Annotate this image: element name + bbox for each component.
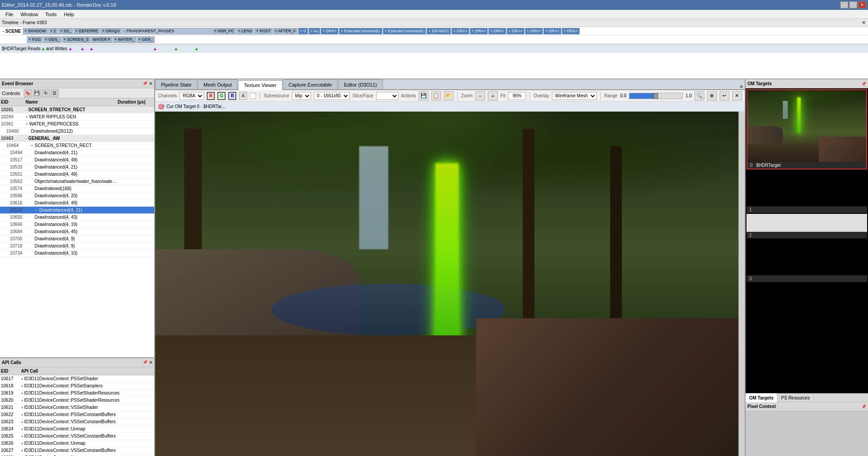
om-targets-content[interactable]: 0 $HDRTarget 1 2	[746, 88, 868, 393]
menu-help[interactable]: Help	[61, 10, 78, 19]
event-row-10463[interactable]: 10463 -GENERAL_AW	[0, 135, 154, 142]
event-row-10684[interactable]: 10684 DrawInstanced(4, 45)	[0, 228, 154, 235]
event-row-10616[interactable]: 10616 DrawInstanced(4, 49)	[0, 200, 154, 207]
event-browser-close[interactable]: ✕	[149, 81, 152, 86]
overlay-select[interactable]: Wireframe Mesh	[552, 92, 597, 100]
api-pin[interactable]: 📌	[143, 360, 148, 365]
api-row-10620[interactable]: 10620 +ID3D11DeviceContext::PSSetShaderR…	[0, 397, 154, 404]
timeline-block-lens[interactable]: + LENS	[236, 28, 254, 35]
event-row-10494[interactable]: 10494 DrawInstanced(4, 21)	[0, 149, 154, 156]
channel-g-button[interactable]: G	[217, 92, 226, 100]
timeline-block-hdr[interactable]: + HDR_PC	[212, 28, 236, 35]
om-tab-targets[interactable]: OM Targets	[746, 393, 777, 402]
event-row-10533[interactable]: 10533 DrawInstanced(4, 21)	[0, 164, 154, 171]
undo-icon[interactable]: ↩	[720, 91, 729, 100]
action-open-icon[interactable]: 📂	[444, 91, 454, 100]
event-row-10281[interactable]: 10281 -SCREEN_STRETCH_RECT	[0, 106, 154, 113]
timeline-block-draw1[interactable]: + DRA+	[321, 28, 339, 35]
channels-select[interactable]: RGBA	[179, 92, 204, 100]
filter-icon[interactable]: ☰	[51, 89, 59, 97]
tab-editor[interactable]: Editor (D3D11)	[338, 79, 382, 89]
event-row-10460[interactable]: 10460 DrawIndexed(26112)	[0, 128, 154, 135]
range-slider[interactable]	[629, 93, 683, 99]
timeline-block-deferred[interactable]: + DEFERRE	[74, 28, 100, 35]
subresource-select[interactable]: Mip	[292, 92, 311, 100]
timeline-close[interactable]: ✕	[862, 20, 865, 25]
slice-face-select[interactable]	[376, 92, 399, 100]
timeline-block-exec2[interactable]: + ExecuteCommandLi	[383, 28, 426, 35]
event-row-10650[interactable]: 10650 DrawInstanced(4, 43)	[0, 214, 154, 221]
timeline-block-dra5[interactable]: + DRA+	[507, 28, 525, 35]
tab-mesh-output[interactable]: Mesh Output	[198, 79, 238, 89]
api-row-10625[interactable]: 10625 +ID3D11DeviceContext::VSSetConstan…	[0, 433, 154, 440]
api-close[interactable]: ✕	[149, 360, 152, 365]
zoom-minus-icon[interactable]: −	[475, 91, 485, 100]
bookmark-icon[interactable]: 🔖	[24, 89, 32, 97]
timeline-block-gen2[interactable]: + GEN_	[137, 36, 155, 43]
om-target-2[interactable]: 2	[746, 214, 867, 239]
om-target-0[interactable]: 0 $HDRTarget	[746, 89, 867, 169]
event-row-10532-selected[interactable]: 10532 ✓ DrawInstanced(4, 21)	[0, 207, 154, 214]
timeline-tracks[interactable]: - SCENE + SHADOW + Z + SS_ + DEFERRE + O…	[0, 27, 868, 79]
refresh-icon[interactable]: ↻	[42, 89, 50, 97]
save-icon[interactable]: 💾	[33, 89, 41, 97]
timeline-block-after[interactable]: + AFTER_F	[273, 28, 298, 35]
action-copy-icon[interactable]: 📋	[431, 91, 441, 100]
event-row-10551[interactable]: 10551 DrawInstanced(4, 49)	[0, 171, 154, 178]
eyedropper-icon[interactable]: ⊕	[707, 91, 717, 100]
om-target-1[interactable]: 1	[746, 170, 867, 213]
event-row-10517[interactable]: 10517 DrawInstanced(4, 49)	[0, 156, 154, 164]
event-row-10718[interactable]: 10718 DrawInstanced(4, 9)	[0, 243, 154, 250]
menu-window[interactable]: Window	[17, 10, 42, 19]
texture-area[interactable]	[155, 112, 745, 456]
timeline-block-water[interactable]: + WATER_	[113, 36, 136, 43]
timeline-block-s[interactable]: + S	[298, 28, 308, 35]
om-tab-resources[interactable]: PS Resources	[777, 393, 814, 402]
channel-r-button[interactable]: R	[207, 92, 215, 100]
timeline-block-shadow[interactable]: + SHADOW	[23, 28, 48, 35]
timeline-block-dra7[interactable]: + DRA+	[543, 28, 561, 35]
event-row-10284[interactable]: 10284 +WATER RIPPLES GEN	[0, 113, 154, 121]
center-close[interactable]: ✕	[739, 84, 743, 89]
timeline-block-draw2c[interactable]: + DRAW2C	[426, 28, 451, 35]
timeline-block-dra6[interactable]: + DRA+	[525, 28, 543, 35]
zoom-tool-icon[interactable]: 🔍	[694, 91, 704, 100]
mip-select[interactable]: 0 - 1661x802	[314, 92, 350, 100]
timeline-block-ss[interactable]: + SS_	[58, 28, 73, 35]
action-save-icon[interactable]: 💾	[419, 91, 429, 100]
timeline-block-dra4[interactable]: + DRA+	[488, 28, 506, 35]
event-row-10574[interactable]: 10574 DrawIndexed(168)	[0, 185, 154, 192]
event-row-10562[interactable]: 10562 Objects/natural/water/water_foam/w…	[0, 178, 154, 185]
api-row-10628[interactable]: 10628 +ID3D11DeviceContext::Unmap	[0, 454, 154, 456]
zoom-plus-icon[interactable]: +	[488, 91, 498, 100]
api-row-10622[interactable]: 10622 +ID3D11DeviceContext::PSSetConstan…	[0, 411, 154, 418]
event-row-10596[interactable]: 10596 DrawInstanced(4, 20)	[0, 192, 154, 200]
channel-b-button[interactable]: B	[228, 92, 236, 100]
api-row-10619[interactable]: 10619 +ID3D11DeviceContext::PSSetShaderR…	[0, 390, 154, 397]
tab-capture-executable[interactable]: Capture Executable	[283, 79, 338, 89]
timeline-block-gen1[interactable]: + GEN_	[43, 36, 61, 43]
event-row-10464[interactable]: 10464 +SCREEN_STRETCH_RECT	[0, 142, 154, 149]
timeline-block-transparent[interactable]: - TRANSPARENT_PASSES	[122, 28, 212, 35]
channel-a-button[interactable]: A	[239, 92, 247, 100]
timeline-block-dra8[interactable]: + DRA+	[562, 28, 580, 35]
om-targets-pin[interactable]: 📌	[861, 82, 866, 86]
event-row-10361[interactable]: 10361 +WATER_PREPROCESS	[0, 121, 154, 128]
menu-tools[interactable]: Tools	[42, 10, 61, 19]
texture-scrollbar-vertical[interactable]	[738, 112, 745, 456]
settings-icon[interactable]: ✕	[732, 91, 742, 100]
api-row-10623[interactable]: 10623 +ID3D11DeviceContext::VSSetConstan…	[0, 418, 154, 426]
timeline-block-waterf[interactable]: WATER F	[91, 36, 113, 43]
om-target-3[interactable]: 3	[746, 239, 867, 282]
maximize-button[interactable]: □	[849, 1, 857, 9]
api-row-10627[interactable]: 10627 +ID3D11DeviceContext::VSSetConstan…	[0, 447, 154, 454]
timeline-block-dra2[interactable]: + DRA+	[451, 28, 469, 35]
event-row-10700[interactable]: 10700 DrawInstanced(4, 9)	[0, 235, 154, 243]
timeline-block-fog[interactable]: + FOG	[27, 36, 43, 43]
texture-image[interactable]	[155, 112, 738, 456]
timeline-block-z[interactable]: + Z	[48, 28, 58, 35]
event-row-10734[interactable]: 10734 DrawInstanced(4, 10)	[0, 250, 154, 257]
timeline-block-screens[interactable]: + SCREEN_S	[62, 36, 91, 43]
fit-input[interactable]	[508, 92, 526, 100]
pixel-context-pin[interactable]: 📌	[861, 404, 866, 409]
